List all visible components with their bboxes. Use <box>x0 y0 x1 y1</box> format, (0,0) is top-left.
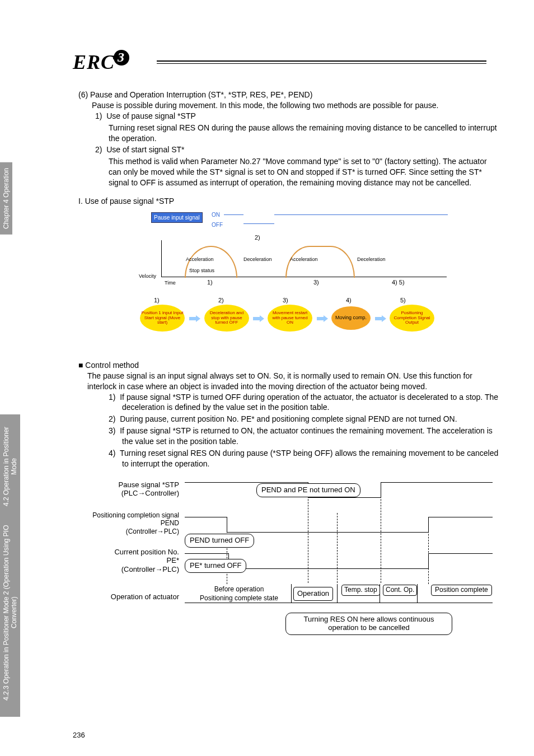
control-item-3: 3) If pause signal *STP is returned to O… <box>122 426 500 447</box>
flow-num-2: 2) <box>218 296 224 305</box>
logo-text: ERC <box>73 51 115 73</box>
side-tab-chapter-text: Chapter 4 Operation <box>2 168 10 229</box>
stp-low <box>243 223 274 224</box>
row1-label: Pause signal *STP (PLC→Controller) <box>67 480 179 498</box>
time-label: Time <box>165 279 176 286</box>
stp-line-high-2 <box>381 482 493 483</box>
num-1: 1) <box>207 278 213 287</box>
num-2-top: 2) <box>255 234 260 242</box>
pend-low <box>227 532 428 533</box>
stp-high-2 <box>274 214 448 215</box>
row2-b: PEND <box>161 519 179 527</box>
control-intro: The pause signal is an input signal alwa… <box>87 371 500 392</box>
use-pause-heading: I. Use of pause signal *STP <box>78 196 500 207</box>
section-6-title: (6) Pause and Operation Interruption (ST… <box>78 90 500 100</box>
op-before: Before operation Positioning complete st… <box>189 585 289 603</box>
stp-line-high-1 <box>185 482 308 483</box>
res-note-box: Turning RES ON here allows continuous op… <box>285 613 452 635</box>
arrow-icon-2 <box>253 315 264 322</box>
accel-label-2: Acceleration <box>290 256 318 263</box>
flow-oval-4: Moving comp. <box>331 306 371 330</box>
row3-a: Current position No. <box>114 548 179 556</box>
c1-num: 1) <box>109 393 115 402</box>
c4-num: 4) <box>109 449 115 458</box>
item-1: 1) Use of pause signal *STP <box>109 111 500 122</box>
control-item-2: 2) During pause, current position No. PE… <box>122 414 500 424</box>
item-1-body: Turning reset signal RES ON during the p… <box>109 123 500 144</box>
header-rule <box>157 60 486 64</box>
op-pos-text: Position complete <box>435 586 488 594</box>
pause-input-badge: Pause input signal <box>151 212 203 223</box>
flow-num-4: 4) <box>346 296 352 305</box>
op-operation: Operation <box>293 587 333 601</box>
box-pend-pe-not-on: PEND and PE not turned ON <box>256 483 360 497</box>
side-tab-chapter: Chapter 4 Operation <box>0 162 12 235</box>
pe-low <box>228 568 428 569</box>
off-label: OFF <box>212 221 223 229</box>
square-bullet-icon: ■ <box>78 361 85 370</box>
pe-high-1 <box>185 553 228 554</box>
erc3-logo: ERC <box>73 50 128 74</box>
item-1-head: Use of pause signal *STP <box>106 111 196 120</box>
pend-high-2 <box>428 517 493 517</box>
op-v2 <box>337 584 338 603</box>
stp-high-1 <box>224 214 243 215</box>
decel-label-2: Deceleration <box>357 256 386 263</box>
op-cont-text: Cont. Op. <box>386 586 414 594</box>
pend-high-1 <box>185 517 227 517</box>
arrow-icon-4 <box>375 315 386 322</box>
c3-num: 3) <box>109 426 115 435</box>
row4-label: Operation of actuator <box>67 592 179 601</box>
control-item-1: 1) If pause signal *STP is turned OFF du… <box>122 392 500 413</box>
row3-label: Current position No. PE* (Controller→PLC… <box>67 548 179 574</box>
item-2-head: Use of start signal ST* <box>106 145 184 154</box>
op-temp-text: Temp. stop <box>344 586 377 594</box>
item-2: 2) Use of start signal ST* <box>109 144 500 155</box>
control-item-4: 4) Turning reset signal RES ON during pa… <box>122 448 500 469</box>
logo-3-ball <box>114 50 129 66</box>
row4-a: Operation of actuator <box>111 592 179 601</box>
flow-oval-1: Position 1 input Input Start signal (Mov… <box>140 305 185 332</box>
c2-num: 2) <box>109 414 115 423</box>
item-2-body: This method is valid when Parameter No.2… <box>109 156 500 188</box>
num-4-5: 4) 5) <box>392 278 405 287</box>
section-6: (6) Pause and Operation Interruption (ST… <box>78 90 500 188</box>
op-before-a: Before operation <box>214 585 264 593</box>
flow-oval-5: Positioning Completion Signal Output <box>390 305 434 332</box>
flow-oval-3: Movement restart with pause turned ON <box>268 305 312 332</box>
row3-c: (Controller→PLC) <box>121 565 179 573</box>
arrow-icon-3 <box>317 315 328 322</box>
op-before-b: Positioning complete state <box>200 594 278 602</box>
side-tab-section-line2: 4.2.3 Operation in Positioner Mode 2 (Op… <box>2 514 18 711</box>
op-v4 <box>417 584 418 603</box>
dash-3 <box>381 482 381 583</box>
box-pe-off: PE* turned OFF <box>185 559 246 573</box>
velocity-label: Velocity <box>139 273 156 279</box>
flow-oval-2: Deceleration and stop with pause turned … <box>204 305 249 332</box>
c3-text: If pause signal *STP is returned to ON, … <box>120 426 493 446</box>
side-tab-section: 4.2.3 Operation in Positioner Mode 2 (Op… <box>0 414 20 717</box>
c4-text: Turning reset signal RES ON during pause… <box>120 449 498 468</box>
pe-high-2 <box>428 553 493 554</box>
row1-b: (PLC→Controller) <box>121 489 179 497</box>
control-method-section: ■ Control method The pause signal is an … <box>78 360 500 469</box>
box-pe-off-text: PE* turned OFF <box>190 561 241 570</box>
item-2-num: 2) <box>95 145 102 154</box>
on-label: ON <box>212 211 220 219</box>
row2-c: (Controller→PLC) <box>126 528 179 535</box>
box-pend-pe-text: PEND and PE not turned ON <box>261 486 355 494</box>
item-1-num: 1) <box>95 111 102 120</box>
op-cont-op: Cont. Op. <box>383 585 417 596</box>
flow-num-1: 1) <box>154 296 160 305</box>
flow-num-5: 5) <box>400 296 406 305</box>
dash-2 <box>308 482 308 583</box>
row3-b: PE* <box>167 556 179 564</box>
c2-text: During pause, current position No. PE* a… <box>120 414 457 423</box>
dash-4 <box>428 517 429 584</box>
decel-label-1: Deceleration <box>243 256 272 263</box>
timing-chart: Pause signal *STP (PLC→Controller) Posit… <box>67 480 504 637</box>
row2-a: Positioning completion signal <box>92 511 179 519</box>
num-3: 3) <box>313 278 319 287</box>
arrow-icon-1 <box>189 315 200 322</box>
row2-label: Positioning completion signal PEND (Cont… <box>67 511 179 535</box>
